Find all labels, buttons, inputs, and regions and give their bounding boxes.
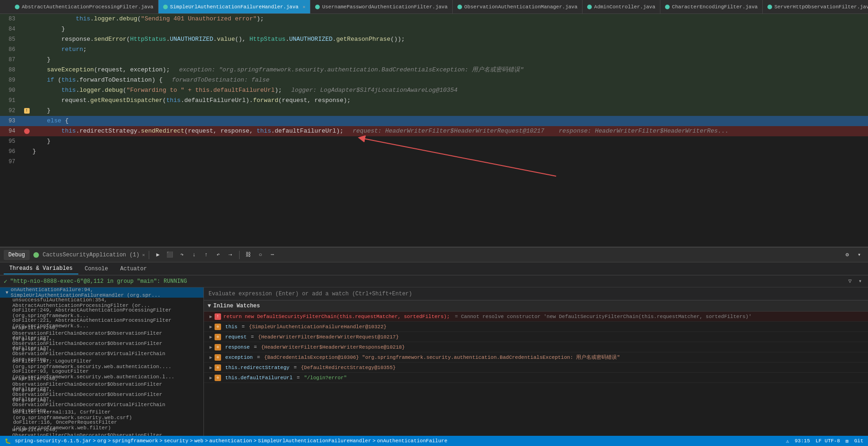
thread-item-12[interactable]: doFilterInternal:131, CsrfFilter (org.sp… (0, 410, 203, 420)
tab-admin[interactable]: AdminController.java (583, 0, 660, 14)
var-item-exception[interactable]: ▶ ⊙ exception = {BadCredentialsException… (204, 352, 868, 363)
thread-item-7[interactable]: doFilter:107, LogoutFilter (org.springfr… (0, 359, 203, 369)
breadcrumb-part-method: onAuthenticationFailure (377, 438, 447, 444)
var-eq-this: = (241, 324, 245, 330)
var-expand-request[interactable]: ▶ (209, 334, 212, 340)
step-out-btn[interactable]: ↑ (201, 250, 211, 260)
tab-server[interactable]: ServerHttpObservationFilter.java (763, 0, 868, 14)
session-name[interactable]: CactusSecurityApplication (1) (43, 252, 139, 258)
debug-panel: Debug CactusSecurityApplication (1) ✕ ▶ … (0, 247, 868, 446)
variables-panel: Evaluate expression (Enter) or add a wat… (204, 287, 868, 446)
tab-simple[interactable]: SimpleUrlAuthenticationFailureHandler.ja… (158, 0, 310, 14)
thread-label-0: onAuthenticationFailure:94, SimpleUrlAut… (11, 287, 203, 298)
code-line-87: 87 } (0, 55, 868, 65)
tab-bar: AbstractAuthenticationProcessingFilter.j… (0, 0, 868, 14)
breadcrumb-part-3: springframework (112, 438, 158, 444)
status-bar: 🐛 spring-security-6.1.5.jar > org > spri… (0, 436, 868, 446)
evaluate-bar[interactable]: Evaluate expression (Enter) or add a wat… (204, 287, 868, 300)
thread-item-2[interactable]: doFilter:249, AbstractAuthenticationProc… (0, 308, 203, 318)
var-expand-response[interactable]: ▶ (209, 344, 212, 350)
code-line-95: 95 } (0, 136, 868, 147)
var-icon-this: ⊙ (215, 324, 221, 330)
var-eq-redirect: = (294, 365, 297, 370)
thread-session-text: "http-nio-8888-exec-6"@8,112 in group "m… (10, 278, 187, 285)
filter-btn[interactable]: ▽ (846, 277, 854, 286)
stop-btn[interactable]: ⬛ (165, 250, 175, 260)
thread-item-0[interactable]: ▼ onAuthenticationFailure:94, SimpleUrlA… (0, 287, 203, 298)
var-eq-exception: = (257, 355, 260, 360)
var-item-redirectstrategy[interactable]: ▶ ⊙ this.redirectStrategy = {DefaultRedi… (204, 363, 868, 373)
step-over-btn[interactable]: ↷ (177, 250, 187, 260)
thread-check-icon: ✓ (4, 278, 7, 285)
thread-label-2: doFilter:249, AbstractAuthenticationProc… (13, 307, 203, 319)
run-to-cursor-btn[interactable]: ⇢ (225, 250, 235, 260)
var-icon-failureurl: ⊙ (215, 375, 221, 381)
var-item-error[interactable]: ▶ ! return new DefaultSecurityFilterChai… (204, 312, 868, 322)
var-val-exception: {BadCredentialsException@10306} "org.spr… (264, 354, 620, 361)
var-item-failureurl[interactable]: ▶ ⊙ this.defaultFailureUrl = "/login?err… (204, 373, 868, 383)
breadcrumb-status[interactable]: spring-security-6.1.5.jar > org > spring… (15, 438, 447, 444)
code-line-92: 92 ! } (0, 106, 868, 116)
var-val-redirect: {DefaultRedirectStrategy@10355} (301, 365, 396, 370)
mute-btn[interactable]: ○ (255, 250, 266, 260)
var-expand-error[interactable]: ▶ (209, 314, 212, 319)
breakpoint-icon[interactable] (24, 128, 30, 134)
link-btn[interactable]: ⛓ (243, 250, 253, 260)
tab-console[interactable]: Console (79, 264, 114, 274)
var-expand-failureurl[interactable]: ▶ (209, 375, 212, 381)
tab-admin-label: AdminController.java (594, 4, 655, 10)
var-name-redirect: this.redirectStrategy (225, 365, 290, 370)
code-line-84: 84 } (0, 24, 868, 34)
thread-item-11[interactable]: doFilter:137, ObservationFilterChainDeco… (0, 400, 203, 410)
toolbar-sep-1 (149, 251, 149, 259)
var-name-failureurl: this.defaultFailureUrl (225, 375, 292, 381)
step-into-btn[interactable]: ↓ (189, 250, 199, 260)
var-item-request[interactable]: ▶ ⊙ request = {HeaderWriterFilter$Header… (204, 332, 868, 342)
status-encoding: LF UTF-8 (816, 438, 840, 444)
var-icon-response: ⊙ (215, 344, 221, 350)
var-eq-request: = (251, 334, 254, 340)
inline-watches-label: Inline Watches (213, 303, 260, 309)
tab-actuator[interactable]: Actuator (114, 264, 152, 274)
breadcrumb-part-web: web (194, 438, 203, 444)
resume-btn[interactable]: ▶ (153, 250, 163, 260)
inline-watches-header[interactable]: ▼ Inline Watches (204, 300, 868, 312)
tab-abstract[interactable]: AbstractAuthenticationProcessingFilter.j… (10, 0, 158, 14)
tab-threads-variables[interactable]: Threads & Variables (4, 263, 78, 274)
status-windows-icon: ⊞ (846, 438, 849, 444)
var-item-this[interactable]: ▶ ⊙ this = {SimpleUrlAuthenticationFailu… (204, 322, 868, 332)
breadcrumb-part-security: security (164, 438, 189, 444)
tab-observation[interactable]: ObservationAuthenticationManager.java (453, 0, 583, 14)
thread-item-6[interactable]: doFilter:137, ObservationFilterChainDeco… (0, 349, 203, 359)
var-item-response[interactable]: ▶ ⊙ response = {HeaderWriterFilter$Heade… (204, 342, 868, 352)
tab-character[interactable]: CharacterEncodingFilter.java (660, 0, 763, 14)
close-session-btn[interactable]: ✕ (142, 252, 145, 258)
more-btn[interactable]: ⋯ (267, 250, 278, 260)
tab-username[interactable]: UsernamePasswordAuthenticationFilter.jav… (310, 0, 453, 14)
debug-tab-main[interactable]: Debug (4, 250, 30, 260)
filter-down-btn[interactable]: ▾ (856, 277, 864, 286)
breadcrumb-part-1: spring-security-6.1.5.jar (15, 438, 91, 444)
tab-server-label: ServerHttpObservationFilter.java (774, 4, 868, 10)
close-tab-btn[interactable]: ✕ (303, 4, 305, 10)
settings-btn[interactable]: ⚙ (842, 250, 852, 260)
var-val-response: {HeaderWriterFilter$HeaderWriterResponse… (261, 344, 405, 350)
minimize-btn[interactable]: ▾ (854, 250, 864, 260)
step-back-btn[interactable]: ↶ (213, 250, 223, 260)
var-expand-exception[interactable]: ▶ (209, 355, 212, 360)
inline-watches-arrow: ▼ (208, 303, 211, 309)
warning-icon: ! (24, 108, 30, 114)
thread-label-1: unsuccessfulAuthentication:354, Abstract… (13, 297, 203, 308)
thread-label-7: doFilter:107, LogoutFilter (org.springfr… (12, 358, 203, 370)
code-line-89: 89 if (this.forwardToDestination) {forwa… (0, 75, 868, 85)
var-val-error: = Cannot resolve constructor 'new Defaul… (455, 314, 752, 319)
thread-item-1[interactable]: unsuccessfulAuthentication:354, Abstract… (0, 298, 203, 308)
tab-abstract-label: AbstractAuthenticationProcessingFilter.j… (22, 4, 153, 10)
var-eq-failureurl: = (297, 375, 300, 381)
code-line-85: 85 response.sendError(HttpStatus.UNAUTHO… (0, 34, 868, 45)
var-expand-this[interactable]: ▶ (209, 324, 212, 330)
var-icon-request: ⊙ (215, 334, 221, 340)
var-expand-redirect[interactable]: ▶ (209, 365, 212, 370)
code-line-86: 86 return; (0, 45, 868, 55)
debug-toolbar: Debug CactusSecurityApplication (1) ✕ ▶ … (0, 248, 868, 262)
